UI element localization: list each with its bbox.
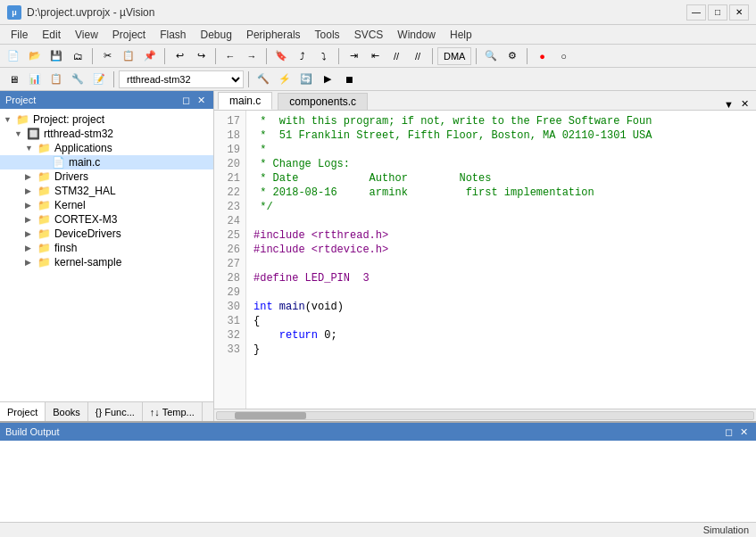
tab-temp[interactable]: ↑↓ Temp... [143,402,203,421]
tree-cpu-label: rtthread-stm32 [44,128,113,140]
maximize-button[interactable]: □ [708,4,727,21]
menu-edit[interactable]: Edit [35,27,68,43]
cpu-expand-icon: ▼ [14,129,27,138]
code-editor[interactable]: 17 18 19 20 21 22 23 24 25 26 27 28 29 3… [214,111,756,409]
editor-panel: main.c components.c ▼ ✕ 17 18 19 20 21 2… [214,91,756,421]
project-icon: 📁 [16,113,29,126]
tb2-btn3[interactable]: 📋 [46,70,66,88]
menu-project[interactable]: Project [105,27,153,43]
horizontal-scrollbar[interactable] [214,409,756,421]
tab-componentsc[interactable]: components.c [278,93,368,110]
tree-mainc-label: main.c [69,156,100,169]
tb2-build5[interactable]: ⏹ [339,70,359,88]
save-all-button[interactable]: 🗂 [68,47,87,65]
sep-6 [432,48,433,64]
panel-close-button[interactable]: ✕ [195,95,208,106]
line-num-25: 25 [220,228,240,243]
toolbar-2: 🖥 📊 📋 🔧 📝 rtthread-stm32 🔨 ⚡ 🔄 ▶ ⏹ [0,68,756,91]
close-button[interactable]: ✕ [729,4,749,21]
editor-tabs: main.c components.c ▼ ✕ [214,91,756,111]
paste-button[interactable]: 📌 [140,47,160,65]
menu-view[interactable]: View [68,27,105,43]
line-num-27: 27 [220,257,240,271]
scrollbar-thumb[interactable] [235,412,306,419]
line-num-23: 23 [220,200,240,214]
scrollbar-track[interactable] [216,411,754,420]
line-num-24: 24 [220,214,240,228]
undo-button[interactable]: ↩ [170,47,189,65]
tree-root-label: Project: project [33,113,104,126]
line-num-21: 21 [220,171,240,186]
tree-finsh-label: finsh [54,242,77,254]
code-content[interactable]: * with this program; if not, write to th… [246,111,756,409]
tree-item-finsh[interactable]: ▶ 📁 finsh [0,241,213,255]
tree-root[interactable]: ▼ 📁 Project: project [0,112,213,127]
redo-button[interactable]: ↪ [191,47,211,65]
menu-flash[interactable]: Flash [153,27,193,43]
menu-debug[interactable]: Debug [194,27,239,43]
tab-close-x-btn[interactable]: ✕ [737,98,752,110]
menu-window[interactable]: Window [390,27,443,43]
stop-button[interactable]: ● [532,47,552,65]
run-button[interactable]: ○ [553,47,573,65]
menu-file[interactable]: File [4,27,35,43]
outdent-button[interactable]: ⇤ [365,47,385,65]
find-button[interactable]: 🔍 [481,47,501,65]
tb2-btn1[interactable]: 🖥 [4,70,23,88]
tab-project[interactable]: Project [0,402,46,421]
tb2-build2[interactable]: ⚡ [275,70,295,88]
next-bookmark-button[interactable]: ⤵ [314,47,334,65]
menu-peripherals[interactable]: Peripherals [239,27,308,43]
tab-books[interactable]: Books [46,402,88,421]
tree-item-applications[interactable]: ▼ 📁 Applications [0,141,213,155]
tb2-btn2[interactable]: 📊 [25,70,45,88]
sep-5 [338,48,339,64]
tb2-build4[interactable]: ▶ [318,70,337,88]
indent-button[interactable]: ⇥ [344,47,363,65]
menu-tools[interactable]: Tools [308,27,347,43]
panel-pin-button[interactable]: ◻ [179,95,193,106]
tab-func[interactable]: {} Func... [88,402,143,421]
open-file-button[interactable]: 📂 [25,47,45,65]
tab-close-btn[interactable]: ▼ [720,99,737,110]
save-button[interactable]: 💾 [46,47,66,65]
tb2-build3[interactable]: 🔄 [296,70,316,88]
tree-item-kernel-sample[interactable]: ▶ 📁 kernel-sample [0,255,213,269]
cut-button[interactable]: ✂ [97,47,117,65]
build-header-buttons: ◻ ✕ [722,426,751,438]
tb2-btn4[interactable]: 🔧 [68,70,87,88]
prev-bookmark-button[interactable]: ⤴ [293,47,312,65]
tree-drivers-label: Drivers [54,170,88,183]
project-panel-title: Project [5,95,36,105]
forward-button[interactable]: → [242,47,262,65]
tree-item-devicedrivers[interactable]: ▶ 📁 DeviceDrivers [0,227,213,241]
copy-button[interactable]: 📋 [119,47,138,65]
menu-help[interactable]: Help [443,27,479,43]
settings-button[interactable]: ⚙ [503,47,522,65]
sep-1 [92,48,93,64]
target-select[interactable]: rtthread-stm32 [119,70,244,88]
finsh-expand-icon: ▶ [25,244,37,252]
minimize-button[interactable]: — [686,4,706,21]
tb2-btn5[interactable]: 📝 [89,70,109,88]
build-pin-button[interactable]: ◻ [722,426,735,438]
tree-item-cpu[interactable]: ▼ 🔲 rtthread-stm32 [0,127,213,141]
build-close-button[interactable]: ✕ [737,426,751,438]
new-file-button[interactable]: 📄 [4,47,23,65]
tree-item-mainc[interactable]: 📄 main.c [0,155,213,169]
tab-mainc[interactable]: main.c [218,92,272,110]
dma-button[interactable]: DMA [437,47,471,65]
menu-svcs[interactable]: SVCS [347,27,391,43]
uncomment-button[interactable]: // [408,47,428,65]
comment-button[interactable]: // [386,47,406,65]
tree-devicedrivers-label: DeviceDrivers [54,227,121,240]
tree-kernel-label: Kernel [54,199,86,211]
tb2-build1[interactable]: 🔨 [253,70,273,88]
back-button[interactable]: ← [220,47,240,65]
tree-item-stm32hal[interactable]: ▶ 📁 STM32_HAL [0,184,213,198]
stm32hal-folder-icon: 📁 [37,185,51,197]
bookmark-button[interactable]: 🔖 [271,47,291,65]
tree-item-kernel[interactable]: ▶ 📁 Kernel [0,198,213,212]
tree-item-cortex[interactable]: ▶ 📁 CORTEX-M3 [0,212,213,227]
tree-item-drivers[interactable]: ▶ 📁 Drivers [0,169,213,184]
